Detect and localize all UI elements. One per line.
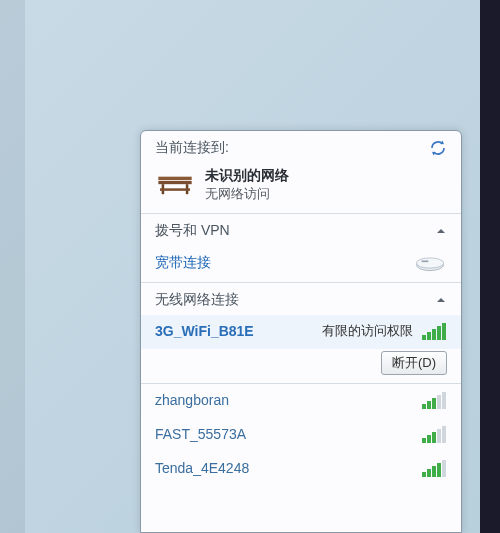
svg-rect-17 [442, 392, 446, 409]
wifi-ssid: zhangboran [155, 392, 229, 408]
current-network-status: 无网络访问 [205, 185, 289, 203]
svg-rect-19 [427, 435, 431, 443]
wifi-item-connected[interactable]: 3G_WiFi_B81E 有限的访问权限 [141, 315, 461, 349]
svg-rect-27 [442, 460, 446, 477]
svg-rect-21 [437, 429, 441, 443]
section-label: 拨号和 VPN [155, 222, 230, 240]
wifi-item[interactable]: Tenda_4E4248 [141, 452, 461, 486]
flyout-header: 当前连接到: [141, 131, 461, 163]
svg-rect-26 [437, 463, 441, 477]
refresh-icon[interactable] [429, 139, 447, 157]
bench-icon [155, 171, 195, 199]
current-connection: 未识别的网络 无网络访问 [141, 163, 461, 213]
wifi-ssid: 3G_WiFi_B81E [155, 323, 254, 339]
current-network-name: 未识别的网络 [205, 167, 289, 185]
wifi-item[interactable]: zhangboran [141, 384, 461, 418]
svg-rect-15 [432, 398, 436, 409]
svg-rect-20 [432, 432, 436, 443]
chevron-up-icon [435, 294, 447, 306]
svg-rect-9 [427, 332, 431, 340]
svg-rect-25 [432, 466, 436, 477]
chevron-up-icon [435, 225, 447, 237]
svg-rect-0 [158, 177, 191, 180]
section-label: 无线网络连接 [155, 291, 239, 309]
svg-rect-8 [422, 335, 426, 340]
section-dialup-vpn[interactable]: 拨号和 VPN [141, 214, 461, 246]
svg-rect-7 [422, 260, 429, 262]
svg-rect-24 [427, 469, 431, 477]
wifi-item[interactable]: FAST_55573A [141, 418, 461, 452]
modem-icon [413, 252, 447, 274]
broadband-label: 宽带连接 [155, 254, 211, 272]
svg-rect-16 [437, 395, 441, 409]
svg-rect-4 [160, 188, 190, 191]
section-wireless[interactable]: 无线网络连接 [141, 283, 461, 315]
svg-point-6 [416, 258, 443, 268]
signal-icon [421, 321, 447, 341]
signal-icon [421, 390, 447, 410]
broadband-connection-item[interactable]: 宽带连接 [141, 246, 461, 282]
svg-rect-18 [422, 438, 426, 443]
network-flyout: 当前连接到: 未识别的网络 无网络访问 拨号和 VPN 宽带连接 [140, 130, 462, 533]
wifi-ssid: FAST_55573A [155, 426, 246, 442]
disconnect-button[interactable]: 断开(D) [381, 351, 447, 375]
svg-rect-13 [422, 404, 426, 409]
header-title: 当前连接到: [155, 139, 229, 157]
svg-rect-23 [422, 472, 426, 477]
svg-rect-12 [442, 323, 446, 340]
svg-rect-1 [158, 181, 191, 184]
svg-rect-10 [432, 329, 436, 340]
svg-rect-11 [437, 326, 441, 340]
wifi-status: 有限的访问权限 [322, 322, 413, 340]
svg-rect-22 [442, 426, 446, 443]
signal-icon [421, 458, 447, 478]
signal-icon [421, 424, 447, 444]
wifi-ssid: Tenda_4E4248 [155, 460, 249, 476]
svg-rect-14 [427, 401, 431, 409]
